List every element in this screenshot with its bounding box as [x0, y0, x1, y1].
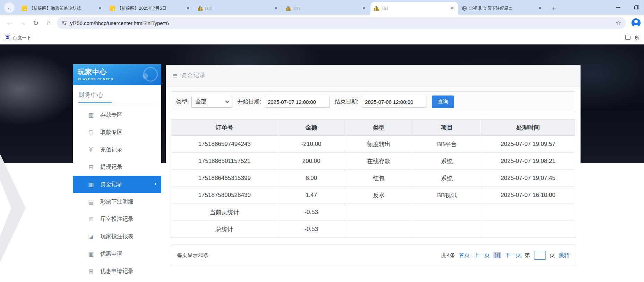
baidu-icon [5, 35, 10, 40]
tab-hh-2[interactable]: HH × [282, 2, 370, 15]
cell-amount: -0.53 [278, 204, 345, 221]
cell-type: 红包 [345, 170, 413, 187]
sidebar-item-label: 存款专区 [100, 111, 122, 119]
tab-forum-2[interactable]: 【新提醒】2025年7月5日 × [106, 2, 194, 15]
bookmark-star-icon[interactable]: ☆ [616, 19, 621, 27]
sidebar-item-withdraw-record[interactable]: ⊟ 提现记录 [73, 158, 161, 176]
deposit-card-icon: ▦ [87, 111, 95, 118]
moneybag-icon: ¥ [87, 146, 95, 153]
chevron-down-icon [225, 99, 229, 103]
players-center-title: 玩家中心 [78, 67, 156, 77]
forward-icon[interactable]: → [16, 19, 29, 27]
folder-icon[interactable] [625, 36, 630, 40]
minimize-icon[interactable] [616, 7, 620, 8]
hall-bet-icon: ≣ [87, 216, 95, 223]
next-page-link[interactable]: 下一页 [505, 252, 521, 259]
close-icon[interactable]: × [449, 5, 455, 11]
start-date-input[interactable] [264, 96, 330, 108]
cell-type: 在线存款 [345, 153, 413, 170]
tab-strip: ⌄ 【新提醒】海燕策略论坛综 × 【新提醒】2025年7月5日 × HH × H… [0, 0, 644, 15]
sidebar-item-label: 优惠申请 [100, 250, 122, 258]
jump-suffix-label: 页 [550, 252, 555, 259]
sidebar-item-player-report[interactable]: ◪ 玩家投注报表 [73, 228, 161, 245]
table-summary-row-page: 当前页统计 -0.53 [171, 204, 575, 221]
cell-order-id: 1751886501157521 [171, 153, 278, 170]
tab-title: HH [293, 6, 359, 11]
site-settings-icon[interactable] [62, 20, 67, 26]
address-bar[interactable]: yl756.com/hhcp/usercenter.html?iniType=6… [57, 17, 626, 29]
cell-amount: -210.00 [278, 136, 345, 153]
close-icon[interactable]: × [361, 5, 367, 11]
bookmark-baidu[interactable]: 百度一下 [5, 35, 31, 41]
sidebar-item-funds-record[interactable]: ▥ 资金记录 › [73, 176, 161, 193]
cell-process-time: 2025-07-07 19:07:45 [481, 170, 575, 187]
sidebar: 玩家中心 PLAYERS CENTER 财务中心 ▦ 存款专区 ⛁ 取款专区 ¥… [73, 64, 161, 282]
end-date-input[interactable] [361, 96, 427, 108]
sidebar-item-lottery-detail[interactable]: ▤ 彩票下注明细 [73, 193, 161, 210]
funds-record-icon: ▥ [87, 181, 95, 188]
cell-summary-label: 当前页统计 [171, 204, 278, 221]
browser-toolbar: ← → ↻ ⌂ yl756.com/hhcp/usercenter.html?i… [0, 15, 644, 31]
divider [621, 34, 621, 41]
hh-icon [374, 6, 379, 11]
pagination-bar: 每页显示20条 共4条 首页 上一页 [1] 下一页 第 页 跳转 [171, 244, 575, 266]
table-header-row: 订单号 金额 类型 项目 处理时间 [171, 119, 575, 136]
reload-icon[interactable]: ↻ [29, 19, 42, 27]
sidebar-item-label: 取款专区 [100, 129, 122, 136]
tab-hh-active[interactable]: HH × [370, 2, 458, 15]
total-count-text: 共4条 [441, 252, 455, 259]
close-icon[interactable]: × [537, 5, 543, 11]
tab-hh-1[interactable]: HH × [194, 2, 282, 15]
sidebar-item-hall-bets[interactable]: ≣ 厅室投注记录 [73, 210, 161, 228]
cell-type: 额度转出 [345, 136, 413, 153]
new-tab-button[interactable]: + [549, 3, 559, 13]
cell-type: 反水 [345, 187, 413, 204]
home-icon[interactable]: ⌂ [42, 19, 55, 27]
type-select-value: 全部 [195, 98, 206, 106]
hamburger-icon[interactable]: ≡ [173, 72, 178, 80]
col-type: 类型 [345, 119, 413, 136]
prev-page-link[interactable]: 上一页 [473, 252, 490, 259]
sidebar-item-deposit[interactable]: ▦ 存款专区 [73, 106, 161, 124]
sidebar-item-withdraw[interactable]: ⛁ 取款专区 [73, 124, 161, 141]
cell-empty [345, 204, 413, 221]
forum-icon [110, 6, 115, 11]
query-button[interactable]: 查询 [432, 96, 454, 108]
sidebar-item-label: 充值记录 [100, 146, 122, 154]
jump-prefix-label: 第 [525, 252, 530, 259]
back-icon[interactable]: ← [3, 19, 16, 27]
hh-icon [198, 6, 203, 11]
close-icon[interactable]: × [273, 5, 279, 11]
tab-title: 【新提醒】2025年7月5日 [117, 6, 183, 11]
chevron-down-icon: ⌄ [8, 5, 11, 10]
sidebar-item-promo-record[interactable]: ⊞ 优惠申请记录 [73, 263, 161, 280]
hh-icon [286, 6, 291, 11]
all-bookmarks-label[interactable]: 所 [635, 35, 639, 41]
current-page-indicator[interactable]: [1] [493, 252, 501, 258]
close-icon[interactable]: × [185, 5, 191, 11]
tab-title: 【新提醒】海燕策略论坛综 [29, 6, 95, 11]
restore-icon[interactable] [634, 5, 638, 9]
sidebar-item-promo-apply[interactable]: ▣ 优惠申请 [73, 245, 161, 263]
tab-forum-1[interactable]: 【新提醒】海燕策略论坛综 × [18, 2, 106, 15]
sidebar-item-label: 优惠申请记录 [100, 268, 134, 275]
jump-link[interactable]: 跳转 [559, 252, 569, 259]
sidebar-item-recharge-record[interactable]: ¥ 充值记录 [73, 141, 161, 158]
cell-amount: -0.53 [278, 221, 345, 238]
tab-title: HH [381, 6, 447, 11]
tab-search-button[interactable]: ⌄ [4, 2, 15, 13]
pagination-controls: 共4条 首页 上一页 [1] 下一页 第 页 跳转 [441, 251, 569, 260]
type-label: 类型: [176, 98, 189, 106]
type-select[interactable]: 全部 [191, 96, 232, 108]
sidebar-item-label: 玩家投注报表 [100, 233, 134, 240]
cell-amount: 1.47 [278, 187, 345, 204]
profile-avatar[interactable] [632, 18, 641, 27]
cell-project: 系统 [413, 170, 481, 187]
page-size-text: 每页显示20条 [177, 252, 209, 259]
first-page-link[interactable]: 首页 [459, 252, 470, 259]
jump-page-input[interactable] [534, 251, 546, 260]
tab-video-records[interactable]: :::视讯 会员下注纪录::: × [458, 2, 546, 15]
bookmark-label: 百度一下 [13, 35, 31, 41]
col-process-time: 处理时间 [481, 119, 575, 136]
close-icon[interactable]: × [97, 5, 103, 11]
